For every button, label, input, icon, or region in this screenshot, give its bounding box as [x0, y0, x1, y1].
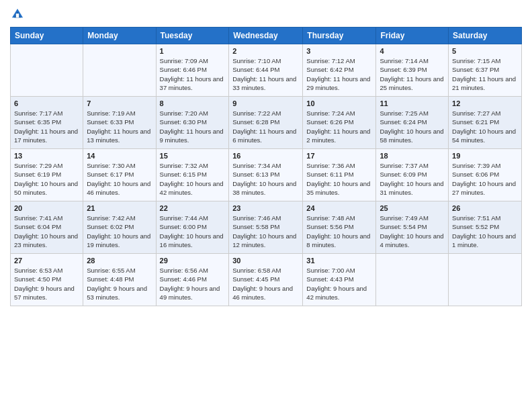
day-number: 13 — [14, 152, 79, 160]
day-number: 3 — [306, 47, 372, 55]
day-number: 1 — [160, 47, 226, 55]
week-row-1: 1Sunrise: 7:09 AM Sunset: 6:46 PM Daylig… — [11, 44, 522, 97]
day-info: Sunrise: 7:17 AM Sunset: 6:35 PM Dayligh… — [14, 109, 79, 144]
day-number: 9 — [232, 99, 299, 107]
calendar-cell: 23Sunrise: 7:46 AM Sunset: 5:58 PM Dayli… — [229, 201, 303, 254]
day-number: 24 — [306, 204, 372, 212]
day-number: 22 — [160, 204, 226, 212]
day-number: 8 — [160, 99, 226, 107]
day-number: 7 — [87, 99, 152, 107]
calendar-cell: 3Sunrise: 7:12 AM Sunset: 6:42 PM Daylig… — [303, 44, 376, 97]
day-number: 31 — [306, 257, 372, 265]
day-number: 30 — [232, 257, 299, 265]
day-info: Sunrise: 7:41 AM Sunset: 6:04 PM Dayligh… — [14, 214, 79, 249]
calendar-cell: 20Sunrise: 7:41 AM Sunset: 6:04 PM Dayli… — [11, 201, 83, 254]
weekday-header-thursday: Thursday — [303, 28, 376, 44]
calendar-cell: 30Sunrise: 6:58 AM Sunset: 4:45 PM Dayli… — [229, 254, 303, 306]
calendar-cell: 7Sunrise: 7:19 AM Sunset: 6:33 PM Daylig… — [83, 97, 156, 149]
week-row-2: 6Sunrise: 7:17 AM Sunset: 6:35 PM Daylig… — [11, 97, 522, 149]
day-info: Sunrise: 7:09 AM Sunset: 6:46 PM Dayligh… — [160, 56, 226, 92]
calendar-cell: 10Sunrise: 7:24 AM Sunset: 6:26 PM Dayli… — [303, 97, 376, 149]
day-info: Sunrise: 6:55 AM Sunset: 4:48 PM Dayligh… — [87, 266, 152, 302]
calendar-cell: 27Sunrise: 6:53 AM Sunset: 4:50 PM Dayli… — [11, 254, 83, 306]
calendar-cell: 19Sunrise: 7:39 AM Sunset: 6:06 PM Dayli… — [449, 149, 522, 201]
calendar-table: SundayMondayTuesdayWednesdayThursdayFrid… — [10, 27, 522, 306]
calendar-cell — [11, 44, 83, 97]
day-number: 15 — [160, 152, 226, 160]
calendar-cell: 26Sunrise: 7:51 AM Sunset: 5:52 PM Dayli… — [449, 201, 522, 254]
calendar-cell: 9Sunrise: 7:22 AM Sunset: 6:28 PM Daylig… — [229, 97, 303, 149]
day-info: Sunrise: 7:00 AM Sunset: 4:43 PM Dayligh… — [306, 266, 372, 302]
day-info: Sunrise: 7:20 AM Sunset: 6:30 PM Dayligh… — [160, 109, 226, 144]
calendar-cell: 21Sunrise: 7:42 AM Sunset: 6:02 PM Dayli… — [83, 201, 156, 254]
day-info: Sunrise: 7:37 AM Sunset: 6:09 PM Dayligh… — [380, 161, 445, 197]
day-number: 4 — [380, 47, 445, 55]
week-row-5: 27Sunrise: 6:53 AM Sunset: 4:50 PM Dayli… — [11, 254, 522, 306]
weekday-header-row: SundayMondayTuesdayWednesdayThursdayFrid… — [11, 28, 522, 44]
calendar-cell: 14Sunrise: 7:30 AM Sunset: 6:17 PM Dayli… — [83, 149, 156, 201]
calendar-cell: 6Sunrise: 7:17 AM Sunset: 6:35 PM Daylig… — [11, 97, 83, 149]
calendar-cell: 24Sunrise: 7:48 AM Sunset: 5:56 PM Dayli… — [303, 201, 376, 254]
day-info: Sunrise: 6:56 AM Sunset: 4:46 PM Dayligh… — [160, 266, 226, 302]
day-number: 12 — [452, 99, 518, 107]
day-number: 11 — [380, 99, 445, 107]
day-info: Sunrise: 7:42 AM Sunset: 6:02 PM Dayligh… — [87, 214, 152, 249]
week-row-3: 13Sunrise: 7:29 AM Sunset: 6:19 PM Dayli… — [11, 149, 522, 201]
calendar-cell: 17Sunrise: 7:36 AM Sunset: 6:11 PM Dayli… — [303, 149, 376, 201]
weekday-header-friday: Friday — [376, 28, 449, 44]
header — [10, 7, 522, 21]
day-number: 29 — [160, 257, 226, 265]
logo-icon — [10, 7, 25, 21]
calendar-cell: 13Sunrise: 7:29 AM Sunset: 6:19 PM Dayli… — [11, 149, 83, 201]
day-info: Sunrise: 7:14 AM Sunset: 6:39 PM Dayligh… — [380, 56, 445, 92]
day-number: 19 — [452, 152, 518, 160]
weekday-header-monday: Monday — [83, 28, 156, 44]
day-info: Sunrise: 7:51 AM Sunset: 5:52 PM Dayligh… — [452, 214, 518, 249]
calendar-cell: 5Sunrise: 7:15 AM Sunset: 6:37 PM Daylig… — [449, 44, 522, 97]
page: SundayMondayTuesdayWednesdayThursdayFrid… — [0, 0, 532, 411]
logo — [10, 7, 28, 21]
svg-rect-2 — [16, 13, 19, 17]
day-number: 27 — [14, 257, 79, 265]
calendar-cell: 29Sunrise: 6:56 AM Sunset: 4:46 PM Dayli… — [156, 254, 229, 306]
day-number: 28 — [87, 257, 152, 265]
day-info: Sunrise: 7:27 AM Sunset: 6:21 PM Dayligh… — [452, 109, 518, 144]
day-info: Sunrise: 7:22 AM Sunset: 6:28 PM Dayligh… — [232, 109, 299, 144]
day-info: Sunrise: 7:29 AM Sunset: 6:19 PM Dayligh… — [14, 161, 79, 197]
day-info: Sunrise: 6:53 AM Sunset: 4:50 PM Dayligh… — [14, 266, 79, 302]
calendar-cell: 1Sunrise: 7:09 AM Sunset: 6:46 PM Daylig… — [156, 44, 229, 97]
day-info: Sunrise: 7:30 AM Sunset: 6:17 PM Dayligh… — [87, 161, 152, 197]
day-info: Sunrise: 7:24 AM Sunset: 6:26 PM Dayligh… — [306, 109, 372, 144]
day-number: 2 — [232, 47, 299, 55]
day-info: Sunrise: 7:19 AM Sunset: 6:33 PM Dayligh… — [87, 109, 152, 144]
day-info: Sunrise: 7:36 AM Sunset: 6:11 PM Dayligh… — [306, 161, 372, 197]
day-number: 26 — [452, 204, 518, 212]
day-info: Sunrise: 7:39 AM Sunset: 6:06 PM Dayligh… — [452, 161, 518, 197]
day-info: Sunrise: 7:46 AM Sunset: 5:58 PM Dayligh… — [232, 214, 299, 249]
day-number: 20 — [14, 204, 79, 212]
weekday-header-sunday: Sunday — [11, 28, 83, 44]
day-info: Sunrise: 7:34 AM Sunset: 6:13 PM Dayligh… — [232, 161, 299, 197]
day-number: 10 — [306, 99, 372, 107]
calendar-cell — [376, 254, 449, 306]
day-number: 21 — [87, 204, 152, 212]
calendar-cell: 4Sunrise: 7:14 AM Sunset: 6:39 PM Daylig… — [376, 44, 449, 97]
day-info: Sunrise: 7:12 AM Sunset: 6:42 PM Dayligh… — [306, 56, 372, 92]
day-info: Sunrise: 7:48 AM Sunset: 5:56 PM Dayligh… — [306, 214, 372, 249]
calendar-cell — [449, 254, 522, 306]
day-number: 16 — [232, 152, 299, 160]
calendar-cell: 25Sunrise: 7:49 AM Sunset: 5:54 PM Dayli… — [376, 201, 449, 254]
day-number: 17 — [306, 152, 372, 160]
day-number: 14 — [87, 152, 152, 160]
calendar-cell: 18Sunrise: 7:37 AM Sunset: 6:09 PM Dayli… — [376, 149, 449, 201]
day-info: Sunrise: 7:44 AM Sunset: 6:00 PM Dayligh… — [160, 214, 226, 249]
weekday-header-wednesday: Wednesday — [229, 28, 303, 44]
weekday-header-tuesday: Tuesday — [156, 28, 229, 44]
day-info: Sunrise: 7:25 AM Sunset: 6:24 PM Dayligh… — [380, 109, 445, 144]
calendar-cell: 16Sunrise: 7:34 AM Sunset: 6:13 PM Dayli… — [229, 149, 303, 201]
day-info: Sunrise: 7:49 AM Sunset: 5:54 PM Dayligh… — [380, 214, 445, 249]
calendar-cell: 28Sunrise: 6:55 AM Sunset: 4:48 PM Dayli… — [83, 254, 156, 306]
weekday-header-saturday: Saturday — [449, 28, 522, 44]
day-number: 5 — [452, 47, 518, 55]
calendar-cell: 22Sunrise: 7:44 AM Sunset: 6:00 PM Dayli… — [156, 201, 229, 254]
